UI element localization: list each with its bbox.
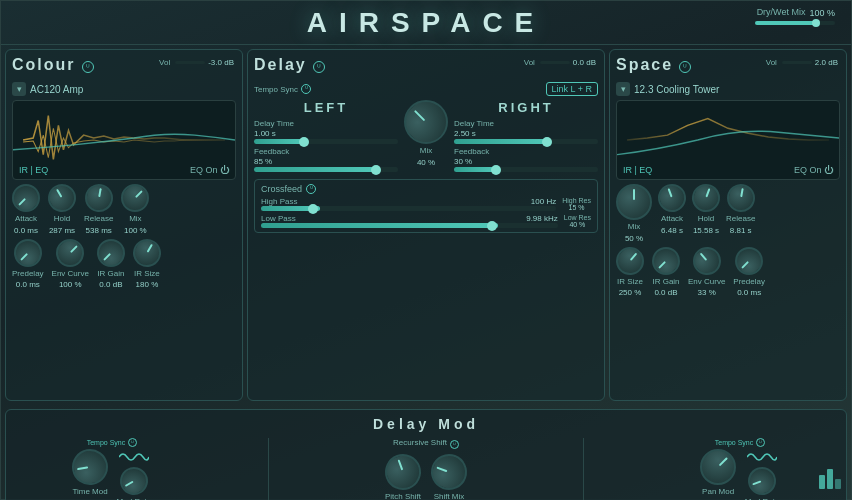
- colour-hold-value: 287 ms: [49, 226, 75, 235]
- delay-mix-knob: Mix 40 %: [404, 100, 448, 167]
- space-predelay-control[interactable]: [729, 241, 769, 281]
- colour-predelay-value: 0.0 ms: [16, 280, 40, 289]
- time-mod-control[interactable]: [69, 446, 111, 488]
- crossfeed-hp-labels: High Pass 100 Hz: [261, 197, 556, 206]
- space-irgain-control[interactable]: [646, 241, 686, 281]
- pan-mod-label: Pan Mod: [702, 487, 734, 497]
- pitch-shift-knob: Pitch Shift 7.0 st: [385, 454, 421, 500]
- shift-mix-control[interactable]: [426, 449, 472, 495]
- left-mod-rate-control[interactable]: [115, 462, 153, 500]
- colour-irgain-knob: IR Gain 0.0 dB: [97, 239, 125, 290]
- recursive-shift-group: Recursive Shift ᵁ Pitch Shift 7.0 st Shi…: [385, 438, 467, 500]
- pitch-shift-label: Pitch Shift: [385, 492, 421, 500]
- crossfeed-lp-slider[interactable]: [261, 223, 558, 228]
- delay-right-fb-slider[interactable]: [454, 167, 598, 172]
- space-envcurve-value: 33 %: [698, 288, 716, 297]
- crossfeed-hp-slider[interactable]: [261, 206, 556, 211]
- delay-mod-section: Delay Mod Tempo Sync ᵁ Time Mod 10 %: [5, 409, 847, 500]
- delay-vol-slider[interactable]: [540, 61, 570, 64]
- colour-hold-knob: Hold 287 ms: [48, 184, 76, 235]
- dry-wet-slider[interactable]: [755, 21, 835, 25]
- crossfeed-highres: High Res 15 %: [562, 197, 591, 211]
- logo-bar-1: [819, 475, 825, 489]
- space-attack-control[interactable]: [654, 180, 690, 216]
- colour-knob-row-1: Attack 0.0 ms Hold 287 ms Release 538 ms…: [12, 184, 236, 235]
- colour-hold-control[interactable]: [43, 179, 81, 217]
- delay-left-fb-thumb: [371, 165, 381, 175]
- space-hold-control[interactable]: [688, 180, 724, 216]
- space-mix-control[interactable]: [616, 184, 652, 220]
- mod-content: Tempo Sync ᵁ Time Mod 10 %: [16, 438, 836, 500]
- pitch-shift-control[interactable]: [380, 449, 426, 495]
- colour-irgain-label: IR Gain: [97, 269, 124, 279]
- delay-left-time-fill: [254, 139, 304, 144]
- delay-right-fb-value: 30 %: [454, 157, 598, 166]
- delay-left-time-thumb: [299, 137, 309, 147]
- colour-panel: Colour ᵁ Vol -3.0 dB ▾ AC120 Amp: [5, 49, 243, 401]
- delay-panel: Delay ᵁ Vol 0.0 dB Tempo Sync ᵁ Link L +…: [247, 49, 605, 401]
- delay-right-time-value: 2.50 s: [454, 129, 598, 138]
- delay-mix-label: Mix: [420, 146, 432, 156]
- space-vol-value: 2.0 dB: [815, 58, 838, 67]
- pan-mod-control[interactable]: [693, 442, 744, 493]
- space-irgain-knob: IR Gain 0.0 dB: [652, 247, 680, 298]
- colour-irsize-control[interactable]: [128, 233, 166, 271]
- delay-left-time-label: Delay Time: [254, 119, 398, 128]
- colour-mix-value: 100 %: [124, 226, 147, 235]
- delay-mix-control[interactable]: [395, 91, 457, 153]
- space-power-btn[interactable]: ᵁ: [679, 61, 691, 73]
- space-dropdown-btn[interactable]: ▾: [616, 82, 630, 96]
- space-preset-row: ▾ 12.3 Cooling Tower: [616, 82, 840, 96]
- space-knob-row-1: Mix 50 % Attack 6.48 s Hold 15.58 s Rele…: [616, 184, 840, 243]
- left-tempo-power[interactable]: ᵁ: [128, 438, 137, 447]
- space-release-value: 8.81 s: [730, 226, 752, 235]
- colour-hold-label: Hold: [54, 214, 70, 224]
- delay-tempo-power[interactable]: ᵁ: [301, 84, 311, 94]
- right-tempo-power[interactable]: ᵁ: [756, 438, 765, 447]
- space-eq-on[interactable]: EQ On ⏻: [794, 165, 833, 175]
- colour-irsize-label: IR Size: [134, 269, 160, 279]
- delay-left-fb-slider[interactable]: [254, 167, 398, 172]
- colour-release-control[interactable]: [82, 182, 114, 214]
- colour-ir-label[interactable]: IR | EQ: [19, 165, 48, 175]
- space-irsize-value: 250 %: [619, 288, 642, 297]
- delay-left-time: Delay Time 1.00 s: [254, 119, 398, 144]
- delay-power-btn[interactable]: ᵁ: [313, 61, 325, 73]
- shift-mix-knob: Shift Mix 20 %: [431, 454, 467, 500]
- crossfeed-power[interactable]: ᵁ: [306, 184, 316, 194]
- delay-left-time-value: 1.00 s: [254, 129, 398, 138]
- colour-irgain-control[interactable]: [91, 233, 131, 273]
- delay-link-btn[interactable]: Link L + R: [546, 82, 598, 96]
- colour-envcurve-control[interactable]: [50, 233, 90, 273]
- colour-predelay-knob: Predelay 0.0 ms: [12, 239, 44, 290]
- delay-right-section: RIGHT Delay Time 2.50 s Feedback 30 %: [454, 100, 598, 175]
- space-release-control[interactable]: [724, 182, 756, 214]
- recursive-title-row: Recursive Shift ᵁ: [393, 438, 459, 451]
- right-mod-rate-control[interactable]: [744, 463, 780, 499]
- colour-attack-control[interactable]: [6, 178, 46, 218]
- crossfeed-lp-thumb: [487, 221, 497, 231]
- colour-dropdown-btn[interactable]: ▾: [12, 82, 26, 96]
- delay-vol-value: 0.0 dB: [573, 58, 596, 67]
- space-vol-slider[interactable]: [782, 61, 812, 64]
- space-envcurve-control[interactable]: [687, 241, 726, 280]
- dry-wet-thumb: [812, 19, 820, 27]
- right-tempo-label: Tempo Sync: [715, 439, 754, 446]
- colour-power-btn[interactable]: ᵁ: [82, 61, 94, 73]
- colour-predelay-control[interactable]: [8, 233, 48, 273]
- colour-mix-control[interactable]: [116, 178, 156, 218]
- delay-right-time-slider[interactable]: [454, 139, 598, 144]
- crossfeed-lowres-value: 40 %: [569, 221, 585, 228]
- space-irsize-control[interactable]: [610, 241, 649, 280]
- colour-irsize-knob: IR Size 180 %: [133, 239, 161, 290]
- space-ir-label[interactable]: IR | EQ: [623, 165, 652, 175]
- recursive-knobs: Pitch Shift 7.0 st Shift Mix 20 %: [385, 454, 467, 500]
- delay-left-time-slider[interactable]: [254, 139, 398, 144]
- recursive-power[interactable]: ᵁ: [450, 440, 459, 449]
- colour-vol-slider[interactable]: [175, 61, 205, 64]
- crossfeed-hp-row: High Pass 100 Hz High Res 15 %: [261, 197, 591, 211]
- dry-wet-label: Dry/Wet Mix: [757, 7, 806, 17]
- space-hold-label: Hold: [698, 214, 714, 224]
- right-mod-rate-knob: Mod Rate 0.03 Hz: [745, 467, 780, 500]
- colour-eq-on[interactable]: EQ On ⏻: [190, 165, 229, 175]
